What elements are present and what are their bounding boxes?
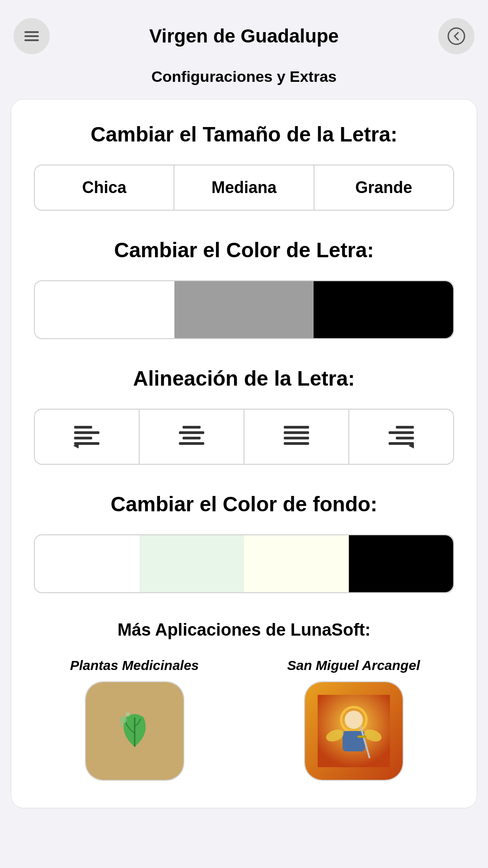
app-plantas: Plantas Medicinales	[34, 658, 235, 781]
align-center-button[interactable]	[140, 410, 244, 464]
font-size-grande-button[interactable]: Grande	[314, 165, 453, 210]
font-color-selector	[34, 280, 454, 339]
svg-rect-30	[343, 731, 365, 751]
leaf-svg	[105, 702, 164, 760]
svg-rect-20	[396, 437, 414, 439]
svg-rect-1	[24, 35, 39, 37]
page-title: Virgen de Guadalupe	[50, 25, 438, 47]
back-icon	[446, 26, 466, 46]
menu-icon	[22, 26, 42, 46]
svg-rect-19	[389, 431, 414, 434]
font-size-mediana-button[interactable]: Mediana	[174, 165, 314, 210]
menu-button[interactable]	[14, 18, 50, 54]
align-left-icon	[72, 422, 101, 451]
back-button[interactable]	[438, 18, 474, 54]
font-size-selector: Chica Mediana Grande	[34, 165, 454, 211]
svg-rect-16	[284, 437, 309, 439]
svg-rect-21	[389, 442, 414, 445]
svg-rect-10	[183, 426, 201, 429]
align-left-button[interactable]	[35, 410, 140, 464]
align-center-icon	[177, 422, 206, 451]
svg-rect-0	[24, 31, 39, 33]
more-apps-title: Más Aplicaciones de LunaSoft:	[34, 620, 454, 640]
app-plantas-label: Plantas Medicinales	[70, 658, 199, 673]
svg-point-25	[126, 712, 130, 717]
alignment-selector	[34, 409, 454, 465]
font-color-white[interactable]	[35, 281, 174, 338]
align-justify-icon	[282, 422, 311, 451]
svg-rect-14	[284, 426, 309, 429]
app-miguel: San Miguel Arcangel	[253, 658, 454, 781]
app-miguel-label: San Miguel Arcangel	[287, 658, 420, 673]
miguel-svg	[318, 695, 390, 767]
bg-color-light-yellow[interactable]	[244, 535, 349, 592]
svg-rect-2	[24, 39, 39, 41]
svg-rect-15	[284, 431, 309, 434]
svg-rect-13	[179, 442, 204, 445]
svg-rect-12	[183, 437, 201, 439]
svg-rect-34	[357, 736, 366, 738]
bg-color-light-green[interactable]	[140, 535, 244, 592]
svg-rect-18	[396, 426, 414, 429]
bg-color-white[interactable]	[35, 535, 140, 592]
bg-color-selector	[34, 534, 454, 593]
svg-rect-6	[74, 437, 92, 439]
font-size-title: Cambiar el Tamaño de la Letra:	[34, 122, 454, 146]
svg-point-29	[345, 711, 363, 729]
app-plantas-icon-box[interactable]	[85, 681, 184, 781]
align-right-icon	[387, 422, 416, 451]
svg-point-3	[448, 28, 465, 44]
app-miguel-icon-box[interactable]	[304, 681, 404, 781]
align-right-button[interactable]	[349, 410, 453, 464]
svg-rect-4	[74, 426, 92, 429]
svg-rect-5	[74, 431, 99, 434]
alignment-title: Alineación de la Letra:	[34, 366, 454, 391]
svg-point-26	[119, 723, 123, 727]
settings-card: Cambiar el Tamaño de la Letra: Chica Med…	[11, 99, 477, 808]
svg-point-24	[120, 716, 127, 723]
bg-color-title: Cambiar el Color de fondo:	[34, 492, 454, 516]
subtitle: Configuraciones y Extras	[0, 63, 488, 99]
align-justify-button[interactable]	[244, 410, 349, 464]
font-color-black[interactable]	[314, 281, 453, 338]
font-color-title: Cambiar el Color de Letra:	[34, 238, 454, 262]
apps-row: Plantas Medicinales S	[34, 658, 454, 781]
font-color-gray[interactable]	[174, 281, 314, 338]
app-miguel-icon	[305, 682, 403, 780]
font-size-chica-button[interactable]: Chica	[35, 165, 174, 210]
svg-rect-17	[284, 442, 309, 445]
svg-rect-11	[179, 431, 204, 434]
header: Virgen de Guadalupe	[0, 0, 488, 63]
app-plantas-icon	[86, 682, 183, 780]
bg-color-black[interactable]	[349, 535, 454, 592]
